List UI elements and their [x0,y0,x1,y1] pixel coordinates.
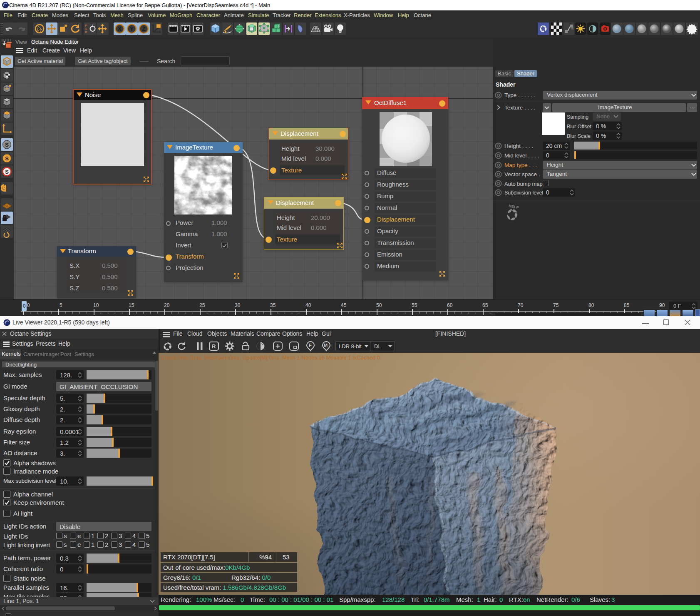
svg-text:Y: Y [130,25,134,32]
svg-text:S: S [5,169,9,175]
svg-text:HELP: HELP [509,204,519,209]
svg-text:S: S [5,142,9,148]
svg-text:Z: Z [142,25,146,32]
svg-text:X: X [118,25,122,32]
svg-text:R: R [85,30,87,34]
svg-text:R: R [212,343,216,349]
svg-text:M: M [324,343,328,348]
svg-text:F: F [309,343,312,348]
svg-text:S: S [5,155,9,162]
